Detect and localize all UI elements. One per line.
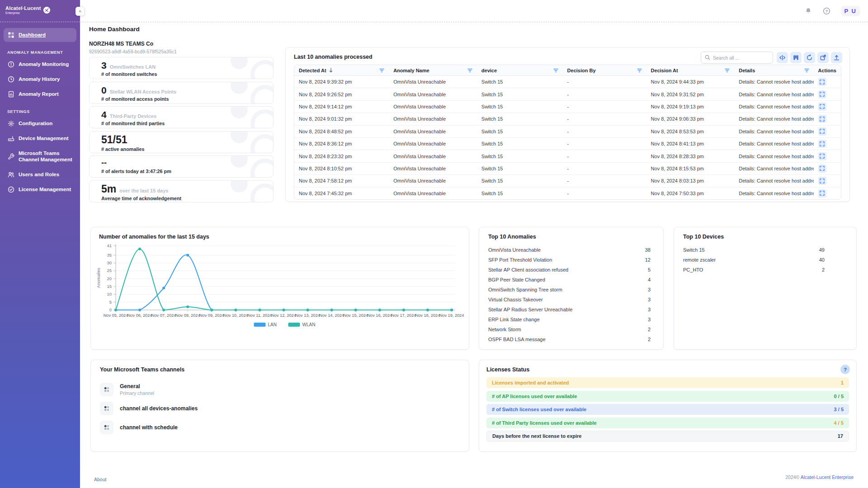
sidebar-collapse-button[interactable]: « [75, 7, 85, 16]
expand-row-button[interactable] [818, 177, 826, 185]
legend-label-wlan[interactable]: WLAN [302, 322, 316, 327]
legend-label-lan[interactable]: LAN [268, 322, 277, 327]
expand-row-button[interactable] [818, 189, 826, 197]
teams-channels-list: GeneralPrimary channelchannel all device… [100, 383, 460, 434]
cell-actions [814, 188, 841, 199]
list-item-label: BGP Peer State Changed [488, 277, 545, 282]
column-header-decision-at[interactable]: Decision At [646, 65, 735, 75]
sidebar-item-label: Microsoft Teams Channel Management [19, 150, 73, 163]
sidebar-item-license-management[interactable]: License Management [4, 183, 76, 197]
expand-row-button[interactable] [818, 103, 826, 111]
data-point [234, 309, 237, 311]
cell-decision-by: - [563, 76, 646, 88]
cell-decision-by: - [563, 175, 646, 187]
cell-anomaly-name: OmniVista Unreachable [389, 138, 477, 150]
stats-list: 3OmniSwitches LAN# of monitored switches… [89, 57, 274, 202]
anomalies-table-body: Nov 8, 2024 9:39:32 pmOmniVista Unreacha… [294, 76, 841, 199]
search-box [701, 52, 773, 64]
column-header-anomaly-name[interactable]: Anomaly Name [389, 65, 477, 75]
cell-device: Switch 15 [477, 76, 563, 88]
filter-icon[interactable] [725, 68, 730, 73]
legend-swatch-lan[interactable] [254, 323, 266, 327]
expand-row-button[interactable] [818, 90, 826, 99]
stat-value: -- [101, 159, 107, 168]
table-toolbar [701, 52, 842, 64]
expand-row-button[interactable] [818, 115, 826, 123]
list-item-value: 3 [648, 287, 651, 292]
series-line-wlan [116, 249, 452, 310]
cell-detected-at: Nov 8, 2024 7:45:32 pm [294, 188, 389, 199]
list-item: OSPF BAD LSA message2 [488, 334, 663, 344]
column-header-device[interactable]: device [477, 65, 563, 75]
columns-button[interactable] [790, 52, 802, 63]
license-row-label: Licenses imported and activated [492, 380, 569, 385]
filter-icon[interactable] [637, 68, 642, 73]
search-input[interactable] [713, 55, 769, 61]
list-item: OmniVista Unreachable38 [488, 245, 663, 255]
sidebar-item-teams-channel-management[interactable]: Microsoft Teams Channel Management [4, 146, 76, 167]
fit-columns-button[interactable] [777, 52, 788, 63]
filter-icon[interactable] [467, 68, 472, 73]
cell-detected-at: Nov 8, 2024 9:14:12 pm [294, 101, 389, 113]
column-header-details[interactable]: Details [734, 65, 813, 75]
sidebar-item-configuration[interactable]: Configuration [4, 117, 76, 131]
list-item: OmniSwitch Spanning Tree storm3 [488, 285, 663, 295]
data-point [283, 309, 285, 311]
data-point [186, 254, 189, 257]
export-button[interactable] [817, 52, 829, 63]
list-item-value: 2 [648, 327, 651, 332]
cell-anomaly-name: OmniVista Unreachable [389, 126, 477, 137]
search-icon [705, 54, 710, 62]
licenses-help-icon[interactable]: ? [840, 365, 850, 374]
copyright-brand-link[interactable]: Alcatel-Lucent Enterprise [801, 474, 854, 480]
cell-details: Details: Cannot resolve host addresss ..… [734, 101, 813, 113]
expand-row-button[interactable] [818, 152, 826, 160]
sidebar-item-anomaly-report[interactable]: Anomaly Report [4, 87, 76, 101]
sidebar-item-device-management[interactable]: Device Management [4, 131, 76, 145]
teams-channel-item[interactable]: GeneralPrimary channel [100, 383, 460, 396]
sidebar-item-anomaly-monitoring[interactable]: Anomaly Monitoring [4, 57, 76, 71]
teams-channel-item[interactable]: channel with schedule [100, 421, 460, 434]
help-icon[interactable]: ? [823, 7, 830, 15]
stat-value: 4 [101, 109, 107, 120]
cell-actions [814, 113, 841, 125]
filter-icon[interactable] [379, 68, 384, 73]
cell-decision-by: - [563, 88, 646, 100]
app-root: Alcatel·Lucent Enterprise Dashboard ANOM… [0, 0, 868, 488]
stat-card: 0Stellar WLAN Access Points# of monitore… [89, 82, 274, 104]
user-avatar[interactable]: P U [841, 6, 860, 16]
expand-row-button[interactable] [818, 127, 826, 136]
filter-icon[interactable] [553, 68, 558, 73]
x-tick-label: Nov 05, 2024 [104, 313, 128, 318]
expand-row-button[interactable] [818, 78, 826, 86]
list-item-value: 40 [819, 257, 825, 263]
column-header-decision-by[interactable]: Decision By [563, 65, 646, 75]
sort-descending-icon[interactable] [329, 68, 333, 73]
stat-card: 51/51# active anomalies [89, 131, 274, 153]
sidebar-item-users-and-roles[interactable]: Users and Roles [4, 168, 76, 182]
list-item-value: 38 [645, 247, 651, 253]
sidebar-item-label: License Management [19, 186, 71, 192]
filter-icon[interactable] [804, 68, 809, 73]
license-row-value: 17 [838, 433, 843, 439]
cell-anomaly-name: OmniVista Unreachable [389, 150, 477, 162]
license-row-value: 3 / 5 [834, 407, 844, 412]
expand-row-button[interactable] [818, 140, 826, 148]
expand-row-button[interactable] [818, 164, 826, 173]
legend-swatch-wlan[interactable] [288, 323, 300, 327]
cell-details: Details: Cannot resolve host addresss ..… [734, 175, 813, 187]
teams-channel-item[interactable]: channel all devices-anomalies [100, 402, 460, 415]
upload-button[interactable] [831, 52, 842, 63]
notifications-bell-icon[interactable] [805, 7, 812, 14]
about-link[interactable]: About [94, 477, 106, 482]
table-row: Nov 8, 2024 7:58:12 pmOmniVista Unreacha… [294, 175, 841, 187]
column-header-detected-at[interactable]: Detected At [294, 65, 389, 75]
table-row: Nov 8, 2024 9:01:32 pmOmniVista Unreacha… [294, 113, 841, 125]
sidebar-item-dashboard[interactable]: Dashboard [4, 28, 76, 42]
y-axis-label: Anomalies [96, 268, 101, 288]
stat-side-label: Stellar WLAN Access Points [110, 89, 177, 94]
stat-side-label: over the last 15 days [119, 188, 168, 193]
sidebar-item-anomaly-history[interactable]: Anomaly History [4, 72, 76, 86]
stat-value: 51/51 [101, 134, 127, 145]
refresh-button[interactable] [804, 52, 815, 63]
